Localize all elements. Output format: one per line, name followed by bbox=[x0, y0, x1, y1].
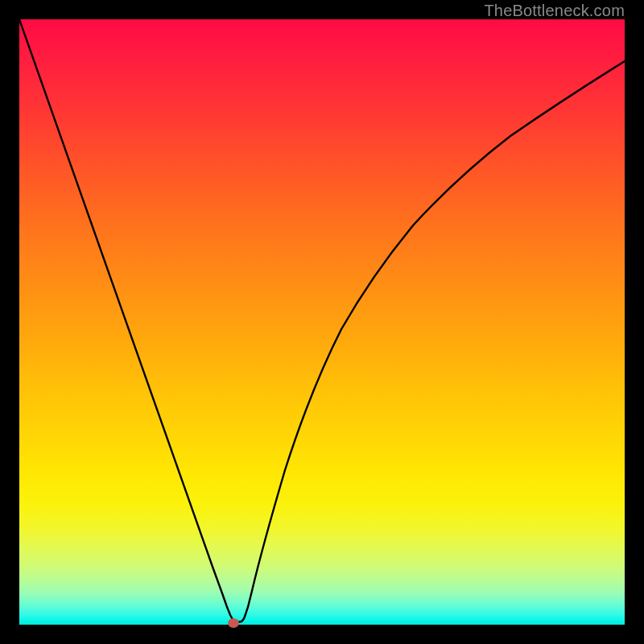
chart-plot-area bbox=[19, 19, 625, 625]
chart-frame bbox=[19, 19, 625, 625]
watermark-text: TheBottleneck.com bbox=[484, 2, 625, 20]
chart-curve bbox=[19, 19, 625, 622]
chart-curve-layer bbox=[19, 19, 625, 625]
chart-min-marker bbox=[228, 618, 239, 628]
